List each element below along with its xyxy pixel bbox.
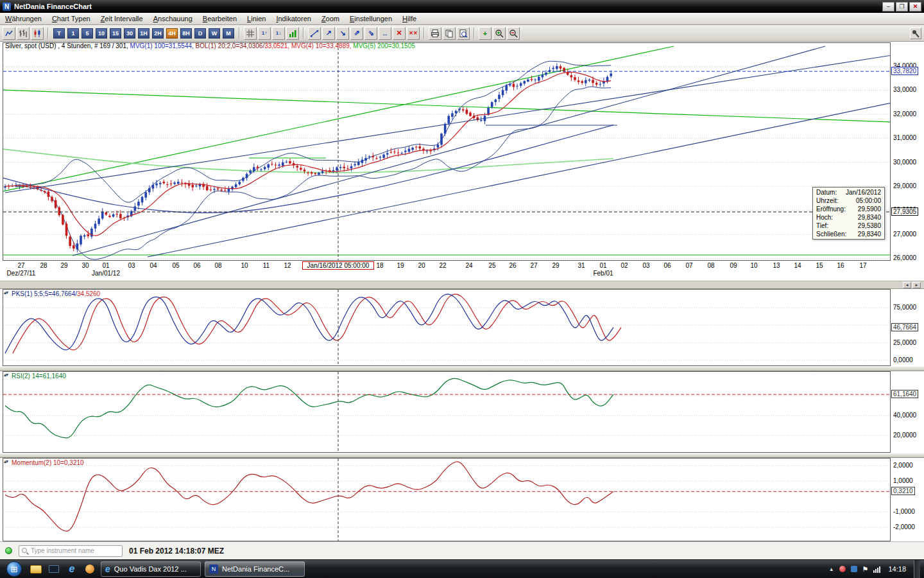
channel-down-button[interactable]: ⇘ bbox=[364, 27, 377, 40]
rsi-indicator-panel[interactable]: ▴▾ RSI(2) 14=61,1640 bbox=[0, 371, 924, 453]
panel-resize-icon[interactable]: ▴▾ bbox=[4, 459, 8, 464]
print-button[interactable] bbox=[429, 27, 441, 40]
menu-einstellungen[interactable]: Einstellungen bbox=[345, 13, 397, 24]
momentum-canvas bbox=[0, 458, 924, 541]
timeframe-T-button[interactable]: T bbox=[53, 28, 65, 39]
tray-expand-icon[interactable]: ▲ bbox=[829, 566, 834, 572]
arrow-down-line-button[interactable]: ↘ bbox=[336, 27, 349, 40]
tooltip-row: Eröffnung:29,5900 bbox=[813, 205, 884, 213]
media-player-icon[interactable] bbox=[82, 561, 98, 577]
primary-scale-button[interactable]: 1↑ bbox=[258, 27, 271, 40]
trendline-button[interactable] bbox=[308, 27, 321, 40]
toolbar-separator bbox=[474, 28, 475, 39]
line-chart-button[interactable] bbox=[3, 27, 15, 40]
pin-icon[interactable] bbox=[910, 28, 921, 39]
minimize-button[interactable]: – bbox=[882, 2, 894, 12]
panel-splitter[interactable] bbox=[0, 453, 924, 458]
chart-h-scrollbar[interactable]: ◄ ► bbox=[0, 281, 924, 289]
horizontal-line-button[interactable]: ↔ bbox=[379, 27, 391, 40]
price-chart-canvas[interactable] bbox=[0, 42, 924, 281]
scroll-left-icon[interactable]: ◄ bbox=[903, 282, 911, 288]
menu-anschauung[interactable]: Anschauung bbox=[148, 13, 198, 24]
menu-bearbeiten[interactable]: Bearbeiten bbox=[198, 13, 242, 24]
delete-all-lines-button[interactable]: ✕✕ bbox=[407, 27, 420, 40]
timeframe-1-button[interactable]: 1 bbox=[67, 28, 79, 39]
instrument-search-input[interactable] bbox=[31, 547, 119, 554]
menu-linien[interactable]: Linien bbox=[242, 13, 271, 24]
status-bar: 01 Feb 2012 14:18:07 MEZ bbox=[0, 541, 924, 559]
timeframe-2H-button[interactable]: 2H bbox=[152, 28, 164, 39]
x-axis-label: 12 bbox=[278, 262, 297, 269]
crosshair-time-label: Jan/16/2012 05:00:00 bbox=[302, 261, 374, 270]
panel-resize-icon[interactable]: ▴▾ bbox=[4, 290, 8, 295]
instrument-search[interactable] bbox=[19, 545, 123, 557]
network-icon[interactable] bbox=[873, 566, 880, 573]
secondary-scale-button[interactable]: 1↓ bbox=[272, 27, 285, 40]
menu-indikatoren[interactable]: Indikatoren bbox=[271, 13, 316, 24]
taskbar-task-netdania[interactable]: NNetDania FinanceC... bbox=[205, 561, 305, 577]
panel-splitter[interactable] bbox=[0, 366, 924, 371]
toolbar-separator bbox=[424, 28, 425, 39]
menu-zoom[interactable]: Zoom bbox=[316, 13, 345, 24]
close-button[interactable]: ✕ bbox=[909, 2, 921, 12]
timeframe-30-button[interactable]: 30 bbox=[124, 28, 135, 39]
panel-resize-icon[interactable]: ▴▾ bbox=[4, 372, 8, 378]
candlestick-chart-button[interactable] bbox=[31, 27, 44, 40]
delete-line-button[interactable]: ✕ bbox=[393, 27, 406, 40]
timeframe-15-button[interactable]: 15 bbox=[110, 28, 121, 39]
explorer-icon[interactable] bbox=[28, 561, 44, 577]
timeframe-W-button[interactable]: W bbox=[209, 28, 220, 39]
app-tray-icon[interactable] bbox=[851, 566, 857, 572]
ohlc-chart-button[interactable] bbox=[17, 27, 30, 40]
timeframe-10-button[interactable]: 10 bbox=[96, 28, 107, 39]
timeframe-8H-button[interactable]: 8H bbox=[180, 28, 192, 39]
timeframe-5-button[interactable]: 5 bbox=[81, 28, 93, 39]
taskbar-task-ie[interactable]: eQuo Vadis Dax 2012 ... bbox=[101, 561, 201, 577]
action-center-icon[interactable]: ⚑ bbox=[862, 565, 869, 574]
y-axis-label: 32,0000 bbox=[893, 110, 916, 118]
menu-hilfe[interactable]: Hilfe bbox=[397, 13, 422, 24]
timeframe-M-button[interactable]: M bbox=[223, 28, 234, 39]
timeframe-1H-button[interactable]: 1H bbox=[138, 28, 150, 39]
timeframe-D-button[interactable]: D bbox=[194, 28, 206, 39]
x-axis-label: 14 bbox=[788, 262, 807, 269]
scroll-right-icon[interactable]: ► bbox=[912, 282, 921, 288]
app-icon: N bbox=[3, 3, 11, 11]
zoom-in-button[interactable] bbox=[493, 27, 506, 40]
timeframe-4H-button[interactable]: 4H bbox=[166, 28, 178, 39]
menu-zeit-intervalle[interactable]: Zeit Intervalle bbox=[96, 13, 148, 24]
pks-indicator-panel[interactable]: ▴▾ PKS(1) 5;5;5=46,7664/34,5260 bbox=[0, 289, 924, 366]
volume-button[interactable] bbox=[286, 27, 299, 40]
show-desktop-button[interactable] bbox=[914, 560, 920, 578]
legend-segment: BOL(1) 20;2,0=34,0306/ bbox=[196, 42, 265, 49]
channel-up-button[interactable]: ⇗ bbox=[350, 27, 363, 40]
add-overlay-button[interactable]: + bbox=[479, 27, 492, 40]
menu-w-hrungen[interactable]: Währungen bbox=[0, 13, 47, 24]
main-chart-panel[interactable]: Silver, spot (USD) , 4 Stunden, # 169 / … bbox=[0, 42, 924, 281]
indicator-y-label: -1,0000 bbox=[893, 508, 915, 516]
x-axis-label: 09 bbox=[724, 262, 743, 269]
indicator-value-label: 46,7664 bbox=[891, 323, 918, 331]
taskbar-clock[interactable]: 14:18 bbox=[888, 565, 906, 573]
x-axis-label: 19 bbox=[391, 262, 410, 269]
grid-toggle-button[interactable] bbox=[244, 27, 257, 40]
copy-button[interactable] bbox=[443, 27, 456, 40]
internet-explorer-icon[interactable]: e bbox=[64, 561, 80, 577]
y-axis-label: 29,0000 bbox=[893, 182, 916, 190]
menu-chart-typen[interactable]: Chart Typen bbox=[47, 13, 96, 24]
title-bar: N NetDania FinanceChart – ❐ ✕ bbox=[0, 0, 924, 13]
task-label: NetDania FinanceC... bbox=[222, 565, 289, 573]
status-tray-icon[interactable] bbox=[839, 566, 846, 572]
zoom-out-button[interactable] bbox=[507, 27, 520, 40]
maximize-button[interactable]: ❐ bbox=[896, 2, 908, 12]
x-axis-label: 15 bbox=[810, 262, 829, 269]
toolbar-separator bbox=[47, 28, 49, 39]
export-chart-button[interactable] bbox=[457, 27, 470, 40]
tooltip-value: 29,5380 bbox=[858, 222, 881, 229]
display-icon[interactable] bbox=[46, 561, 62, 577]
ie-icon: e bbox=[105, 564, 110, 574]
momentum-indicator-panel[interactable]: ▴▾ Momentum(2) 10=0,3210 bbox=[0, 458, 924, 541]
desktop: N NetDania FinanceChart – ❐ ✕ WährungenC… bbox=[0, 0, 924, 578]
arrow-up-line-button[interactable]: ↗ bbox=[322, 27, 335, 40]
start-button[interactable]: ⊞ bbox=[6, 561, 22, 577]
